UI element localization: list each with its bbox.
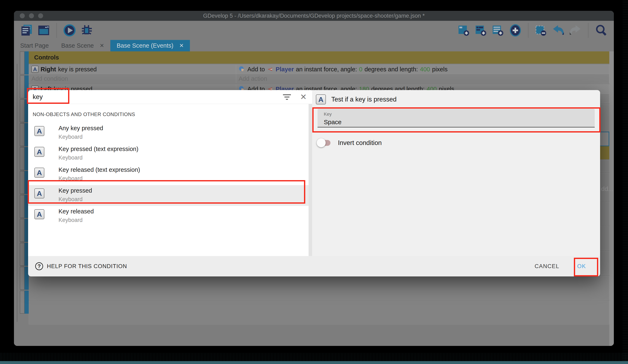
play-icon[interactable] [63,24,76,37]
tab-start-page[interactable]: Start Page [14,40,55,51]
list-item-key-released[interactable]: A Key released Keyboard [28,206,312,227]
undo-icon[interactable] [552,24,565,37]
project-manager-icon[interactable] [20,24,33,37]
action-add-force[interactable]: Add to Player an instant force, angle: 0… [236,65,609,74]
condition-title: Test if a key is pressed [331,96,397,103]
search-row: key ✕ [28,90,312,104]
tab-base-scene[interactable]: Base Scene ✕ [55,40,110,51]
comment-row-controls[interactable]: Controls [29,51,609,64]
add-icon[interactable] [509,24,522,37]
annotation-box-ok [574,258,598,276]
list-item-key-pressed-text-expression[interactable]: A Key pressed (text expression) Keyboard [28,143,312,164]
annotation-box-search [27,88,69,104]
toolbar-divider [528,23,529,38]
force-icon [239,66,245,73]
add-action-button[interactable]: Add action [236,74,609,83]
event-row: A Right key is pressed Add condition Add… [29,64,609,83]
list-scrollbar[interactable] [309,104,312,256]
add-external-layout-icon[interactable] [492,24,505,37]
titlebar: GDevelop 5 - /Users/dkarakay/Documents/G… [14,11,614,21]
annotation-box-key-field [312,107,601,132]
truncated-add-text: dd... [601,185,613,192]
condition-right-key[interactable]: A Right key is pressed [29,65,236,74]
keyboard-key-icon: A [31,66,39,73]
invert-condition-toggle[interactable] [318,140,330,146]
desktop-texture [623,0,628,364]
help-icon: ? [35,262,43,270]
annotation-box-key-pressed [28,180,305,204]
scene-editor-icon[interactable] [37,24,50,37]
close-icon[interactable]: ✕ [300,93,307,101]
help-button[interactable]: ? HELP FOR THIS CONDITION [35,262,127,270]
invert-condition-label: Invert condition [338,139,382,147]
desktop-edge [0,361,628,364]
events-right-margin [609,51,614,346]
tab-bar: Start Page Base Scene ✕ Base Scene (Even… [14,40,614,51]
dialog-footer: ? HELP FOR THIS CONDITION CANCEL OK [28,256,600,276]
filter-icon[interactable] [283,94,291,100]
list-item-any-key-pressed[interactable]: A Any key pressed Keyboard [28,123,312,143]
redo-icon[interactable] [569,24,582,37]
add-condition-button[interactable]: Add condition [29,74,236,83]
event-row [29,276,609,300]
events-tree-line [17,64,17,322]
search-icon[interactable] [595,24,608,37]
close-tab-icon[interactable]: ✕ [99,42,104,49]
event-drag-handles[interactable] [20,51,25,314]
add-scene-icon[interactable] [458,24,471,37]
keyboard-key-icon: A [34,126,44,136]
tab-base-scene-events[interactable]: Base Scene (Events) ✕ [110,40,190,51]
add-external-events-icon[interactable] [475,24,488,37]
toolbar [14,21,614,40]
keyboard-key-icon: A [34,168,44,178]
event-row [29,301,609,324]
condition-list-pane: key ✕ NON-OBJECTS AND OTHER CONDITIONS A… [28,90,312,256]
cancel-button[interactable]: CANCEL [535,263,559,270]
toolbar-divider [56,23,57,38]
close-tab-icon[interactable]: ✕ [179,42,184,49]
debug-icon[interactable] [80,24,93,37]
remove-selection-icon[interactable] [535,24,548,37]
keyboard-key-icon: A [34,209,44,219]
window-title: GDevelop 5 - /Users/dkarakay/Documents/G… [14,13,614,19]
desktop-texture [0,353,628,361]
player-ship-icon [267,66,274,73]
keyboard-key-icon: A [316,94,326,104]
toolbar-divider [588,23,588,38]
list-section-header: NON-OBJECTS AND OTHER CONDITIONS [33,112,312,117]
keyboard-key-icon: A [34,147,44,157]
